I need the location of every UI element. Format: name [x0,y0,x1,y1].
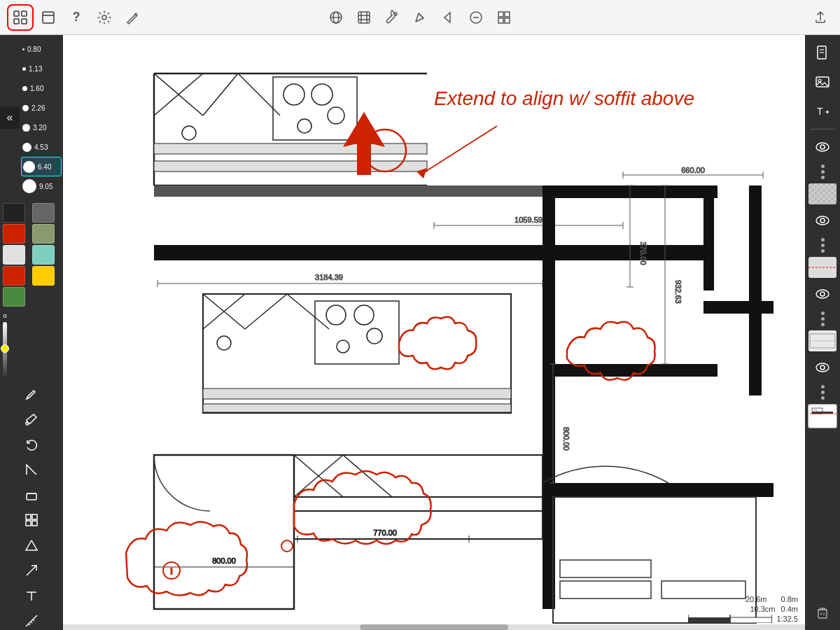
shapes-tool-btn[interactable] [18,509,45,531]
svg-text:3184.39: 3184.39 [315,273,343,281]
top-toolbar: ? [0,0,840,35]
svg-text:800.00: 800.00 [212,556,236,565]
undo-tool-btn[interactable] [18,433,45,456]
svg-rect-1 [22,11,27,16]
grid-button[interactable] [7,4,34,31]
layer-thumbnail-2[interactable] [808,257,836,278]
color-teal[interactable] [32,245,55,265]
angle-tool-btn[interactable] [18,458,45,481]
opacity-slider[interactable] [3,322,7,378]
svg-rect-67 [542,364,718,377]
chevron-left-icon: « [7,111,13,124]
triangle-tool-btn[interactable] [18,534,45,556]
svg-text:932.63: 932.63 [674,280,682,304]
svg-rect-0 [14,11,19,16]
svg-point-136 [816,143,829,151]
svg-point-137 [820,145,825,149]
layers-center-btn[interactable] [351,5,377,30]
scale-10cm: 10.3cm [750,605,775,613]
svg-rect-117 [26,514,31,519]
scale-bar: 20.6m 0.8m 10.3cm 0.4m 1:32.5 [688,595,798,623]
brush-size-3.20[interactable]: 3.20 [21,118,62,137]
grid2-center-btn[interactable] [491,5,517,30]
svg-rect-39 [154,161,427,172]
scrollbar-thumb[interactable] [360,624,508,630]
page-btn[interactable] [809,39,836,66]
svg-rect-20 [498,12,503,17]
brush-size-9.05[interactable]: 9.05 [21,176,62,196]
eye-layer-1-btn[interactable] [809,134,836,160]
horizontal-scrollbar[interactable] [63,624,805,630]
layer-thumbnail-3[interactable] [808,330,836,351]
brush-size-1.13[interactable]: 1.13 [21,59,62,78]
color-red2[interactable] [3,266,25,286]
svg-point-146 [820,365,825,370]
brush-size-0.80[interactable]: 0.80 [21,39,62,59]
svg-point-145 [816,363,829,372]
image-btn[interactable] [809,69,836,95]
help-button[interactable]: ? [63,4,90,31]
blueprint-canvas[interactable]: 3184.39 1059.59 [63,35,805,630]
ruler-tool-btn[interactable] [18,610,45,630]
svg-rect-4 [43,12,54,23]
eraser-tool-btn[interactable] [18,484,45,506]
svg-rect-118 [32,514,37,519]
minus-center-btn[interactable] [463,5,489,30]
pen-tool-btn[interactable] [18,383,45,405]
color-black[interactable] [3,203,25,223]
arrow-tool-btn[interactable] [18,559,45,582]
share-button[interactable] [808,5,833,30]
center-toolbar [323,5,517,30]
minimap-thumbnail[interactable] [808,404,837,428]
left-panel-top: « 0.80 1.13 1.60 [0,35,63,200]
svg-line-125 [29,624,30,625]
left-panel: « 0.80 1.13 1.60 [0,35,63,630]
pen-center-btn[interactable] [407,5,433,30]
brush-size-4.53[interactable]: 4.53 [21,137,62,157]
svg-rect-65 [704,186,714,290]
color-olive[interactable] [32,224,55,244]
canvas-area: 3184.39 1059.59 [0,35,840,630]
eye-layer-4-btn[interactable] [809,354,836,381]
svg-rect-61 [203,388,511,399]
svg-rect-22 [498,18,503,23]
eye-layer-2-btn[interactable] [809,207,836,234]
svg-text:800.00: 800.00 [562,427,570,451]
svg-text:i: i [171,567,172,575]
help-icon: ? [73,10,80,24]
color-yellow[interactable] [32,266,55,286]
globe-center-btn[interactable] [323,5,349,30]
text-add-btn[interactable]: T [809,98,836,125]
svg-rect-152 [818,610,827,618]
color-green[interactable] [3,287,25,307]
brush-size-6.40[interactable]: 6.40 [21,157,62,176]
color-light-gray[interactable] [3,245,25,265]
brush-size-2.26[interactable]: 2.26 [21,98,62,118]
spanner-center-btn[interactable] [379,5,405,30]
brush-size-1.60[interactable]: 1.60 [21,78,62,98]
settings-button[interactable] [91,4,118,31]
layer-3-dots [821,310,825,328]
svg-rect-155 [688,617,730,623]
eye-layer-3-btn[interactable] [809,281,836,307]
svg-rect-38 [154,144,427,154]
svg-rect-147 [810,406,836,428]
toolbar-right [808,5,833,30]
eyedropper-tool-btn[interactable] [18,408,45,430]
text-tool-btn[interactable] [18,584,45,607]
color-red[interactable] [3,224,25,244]
collapse-panel-button[interactable]: « [0,106,20,129]
svg-text:1059.59: 1059.59 [514,216,542,224]
edit-button[interactable] [119,4,146,31]
layer-thumbnail-1[interactable] [808,183,836,204]
svg-rect-2 [14,19,19,24]
back-center-btn[interactable] [435,5,461,30]
svg-point-6 [102,15,106,20]
separator-1 [810,129,835,130]
svg-rect-23 [505,18,510,23]
color-dark-gray[interactable] [32,203,55,223]
tool-icons [0,381,63,630]
svg-text:T: T [817,106,823,117]
window-button[interactable] [35,4,62,31]
delete-layer-btn[interactable] [809,599,836,626]
